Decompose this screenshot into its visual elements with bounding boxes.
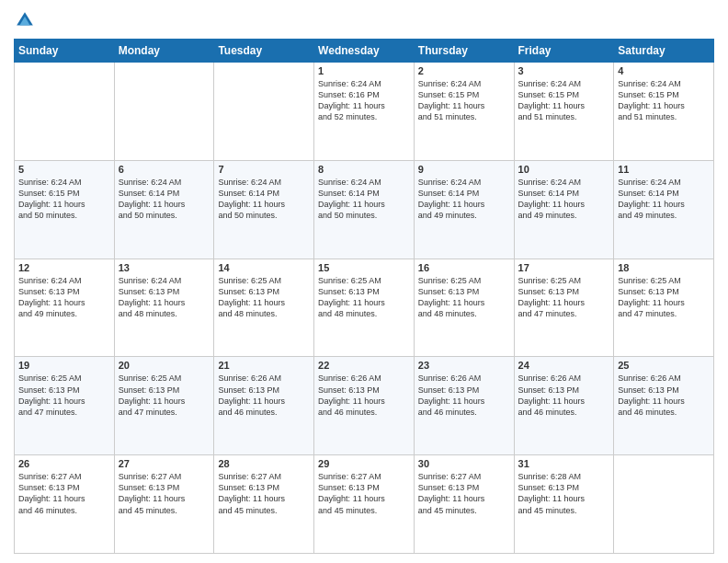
calendar-header-monday: Monday bbox=[114, 40, 214, 63]
day-info: Sunrise: 6:27 AM Sunset: 6:13 PM Dayligh… bbox=[218, 471, 310, 516]
calendar-cell: 26Sunrise: 6:27 AM Sunset: 6:13 PM Dayli… bbox=[15, 455, 115, 554]
day-number: 21 bbox=[218, 360, 310, 371]
day-number: 17 bbox=[518, 262, 610, 273]
day-info: Sunrise: 6:25 AM Sunset: 6:13 PM Dayligh… bbox=[218, 275, 310, 320]
day-number: 14 bbox=[218, 262, 310, 273]
day-number: 3 bbox=[518, 65, 610, 76]
day-info: Sunrise: 6:27 AM Sunset: 6:13 PM Dayligh… bbox=[318, 471, 410, 516]
calendar-header-tuesday: Tuesday bbox=[214, 40, 314, 63]
day-info: Sunrise: 6:24 AM Sunset: 6:14 PM Dayligh… bbox=[518, 177, 610, 222]
calendar-cell bbox=[214, 63, 314, 161]
day-number: 2 bbox=[418, 65, 510, 76]
calendar-cell bbox=[114, 63, 214, 161]
calendar-week-1: 1Sunrise: 6:24 AM Sunset: 6:16 PM Daylig… bbox=[15, 63, 714, 161]
day-info: Sunrise: 6:25 AM Sunset: 6:13 PM Dayligh… bbox=[18, 373, 110, 418]
day-info: Sunrise: 6:24 AM Sunset: 6:15 PM Dayligh… bbox=[618, 78, 710, 123]
day-info: Sunrise: 6:24 AM Sunset: 6:14 PM Dayligh… bbox=[418, 177, 510, 222]
day-info: Sunrise: 6:24 AM Sunset: 6:14 PM Dayligh… bbox=[218, 177, 310, 222]
day-number: 13 bbox=[119, 262, 210, 273]
day-number: 11 bbox=[618, 164, 710, 175]
day-number: 12 bbox=[18, 262, 110, 273]
calendar-cell: 24Sunrise: 6:26 AM Sunset: 6:13 PM Dayli… bbox=[514, 357, 614, 455]
day-info: Sunrise: 6:25 AM Sunset: 6:13 PM Dayligh… bbox=[119, 373, 210, 418]
calendar-cell: 19Sunrise: 6:25 AM Sunset: 6:13 PM Dayli… bbox=[15, 357, 115, 455]
calendar-cell: 21Sunrise: 6:26 AM Sunset: 6:13 PM Dayli… bbox=[214, 357, 314, 455]
calendar-header-friday: Friday bbox=[514, 40, 614, 63]
logo-icon bbox=[14, 9, 36, 31]
calendar-header-thursday: Thursday bbox=[414, 40, 514, 63]
calendar-cell: 7Sunrise: 6:24 AM Sunset: 6:14 PM Daylig… bbox=[214, 160, 314, 259]
calendar-cell: 16Sunrise: 6:25 AM Sunset: 6:13 PM Dayli… bbox=[414, 259, 514, 357]
day-number: 7 bbox=[218, 164, 310, 175]
calendar-week-5: 26Sunrise: 6:27 AM Sunset: 6:13 PM Dayli… bbox=[15, 455, 714, 554]
calendar-cell: 29Sunrise: 6:27 AM Sunset: 6:13 PM Dayli… bbox=[314, 455, 415, 554]
day-number: 29 bbox=[318, 458, 410, 469]
calendar-cell bbox=[614, 455, 714, 554]
calendar-header-row: SundayMondayTuesdayWednesdayThursdayFrid… bbox=[15, 40, 714, 63]
calendar-cell: 31Sunrise: 6:28 AM Sunset: 6:13 PM Dayli… bbox=[514, 455, 614, 554]
logo bbox=[14, 9, 40, 31]
day-info: Sunrise: 6:26 AM Sunset: 6:13 PM Dayligh… bbox=[518, 373, 610, 418]
calendar-week-4: 19Sunrise: 6:25 AM Sunset: 6:13 PM Dayli… bbox=[15, 357, 714, 455]
day-number: 31 bbox=[518, 458, 610, 469]
day-number: 28 bbox=[218, 458, 310, 469]
calendar-cell: 18Sunrise: 6:25 AM Sunset: 6:13 PM Dayli… bbox=[614, 259, 714, 357]
day-info: Sunrise: 6:26 AM Sunset: 6:13 PM Dayligh… bbox=[318, 373, 410, 418]
day-info: Sunrise: 6:24 AM Sunset: 6:14 PM Dayligh… bbox=[119, 177, 210, 222]
calendar-week-2: 5Sunrise: 6:24 AM Sunset: 6:15 PM Daylig… bbox=[15, 160, 714, 259]
day-number: 16 bbox=[418, 262, 510, 273]
day-number: 4 bbox=[618, 65, 710, 76]
calendar-cell: 27Sunrise: 6:27 AM Sunset: 6:13 PM Dayli… bbox=[114, 455, 214, 554]
day-number: 9 bbox=[418, 164, 510, 175]
day-info: Sunrise: 6:26 AM Sunset: 6:13 PM Dayligh… bbox=[218, 373, 310, 418]
day-info: Sunrise: 6:24 AM Sunset: 6:14 PM Dayligh… bbox=[318, 177, 410, 222]
day-info: Sunrise: 6:24 AM Sunset: 6:14 PM Dayligh… bbox=[618, 177, 710, 222]
day-number: 8 bbox=[318, 164, 410, 175]
day-info: Sunrise: 6:25 AM Sunset: 6:13 PM Dayligh… bbox=[418, 275, 510, 320]
day-info: Sunrise: 6:26 AM Sunset: 6:13 PM Dayligh… bbox=[418, 373, 510, 418]
day-number: 15 bbox=[318, 262, 410, 273]
day-info: Sunrise: 6:28 AM Sunset: 6:13 PM Dayligh… bbox=[518, 471, 610, 516]
day-info: Sunrise: 6:24 AM Sunset: 6:13 PM Dayligh… bbox=[119, 275, 210, 320]
calendar-cell: 3Sunrise: 6:24 AM Sunset: 6:15 PM Daylig… bbox=[514, 63, 614, 161]
calendar-cell: 6Sunrise: 6:24 AM Sunset: 6:14 PM Daylig… bbox=[114, 160, 214, 259]
day-number: 20 bbox=[119, 360, 210, 371]
calendar-table: SundayMondayTuesdayWednesdayThursdayFrid… bbox=[14, 39, 714, 554]
day-number: 5 bbox=[18, 164, 110, 175]
calendar-cell: 28Sunrise: 6:27 AM Sunset: 6:13 PM Dayli… bbox=[214, 455, 314, 554]
calendar-header-sunday: Sunday bbox=[15, 40, 115, 63]
calendar-header-saturday: Saturday bbox=[614, 40, 714, 63]
day-number: 19 bbox=[18, 360, 110, 371]
calendar-cell: 13Sunrise: 6:24 AM Sunset: 6:13 PM Dayli… bbox=[114, 259, 214, 357]
day-number: 24 bbox=[518, 360, 610, 371]
calendar-cell: 9Sunrise: 6:24 AM Sunset: 6:14 PM Daylig… bbox=[414, 160, 514, 259]
day-info: Sunrise: 6:24 AM Sunset: 6:16 PM Dayligh… bbox=[318, 78, 410, 123]
day-info: Sunrise: 6:25 AM Sunset: 6:13 PM Dayligh… bbox=[318, 275, 410, 320]
day-info: Sunrise: 6:27 AM Sunset: 6:13 PM Dayligh… bbox=[119, 471, 210, 516]
day-number: 26 bbox=[18, 458, 110, 469]
calendar-week-3: 12Sunrise: 6:24 AM Sunset: 6:13 PM Dayli… bbox=[15, 259, 714, 357]
day-number: 23 bbox=[418, 360, 510, 371]
day-number: 10 bbox=[518, 164, 610, 175]
day-number: 1 bbox=[318, 65, 410, 76]
calendar-cell: 12Sunrise: 6:24 AM Sunset: 6:13 PM Dayli… bbox=[15, 259, 115, 357]
day-info: Sunrise: 6:27 AM Sunset: 6:13 PM Dayligh… bbox=[18, 471, 110, 516]
day-number: 30 bbox=[418, 458, 510, 469]
day-info: Sunrise: 6:24 AM Sunset: 6:13 PM Dayligh… bbox=[18, 275, 110, 320]
calendar-header-wednesday: Wednesday bbox=[314, 40, 415, 63]
day-number: 6 bbox=[119, 164, 210, 175]
calendar-cell: 1Sunrise: 6:24 AM Sunset: 6:16 PM Daylig… bbox=[314, 63, 415, 161]
page: SundayMondayTuesdayWednesdayThursdayFrid… bbox=[0, 0, 728, 563]
calendar-cell: 8Sunrise: 6:24 AM Sunset: 6:14 PM Daylig… bbox=[314, 160, 415, 259]
calendar-cell: 30Sunrise: 6:27 AM Sunset: 6:13 PM Dayli… bbox=[414, 455, 514, 554]
calendar-cell: 14Sunrise: 6:25 AM Sunset: 6:13 PM Dayli… bbox=[214, 259, 314, 357]
calendar-cell: 2Sunrise: 6:24 AM Sunset: 6:15 PM Daylig… bbox=[414, 63, 514, 161]
calendar-cell: 20Sunrise: 6:25 AM Sunset: 6:13 PM Dayli… bbox=[114, 357, 214, 455]
day-number: 22 bbox=[318, 360, 410, 371]
calendar-cell: 23Sunrise: 6:26 AM Sunset: 6:13 PM Dayli… bbox=[414, 357, 514, 455]
calendar-cell: 25Sunrise: 6:26 AM Sunset: 6:13 PM Dayli… bbox=[614, 357, 714, 455]
day-info: Sunrise: 6:25 AM Sunset: 6:13 PM Dayligh… bbox=[618, 275, 710, 320]
calendar-cell: 17Sunrise: 6:25 AM Sunset: 6:13 PM Dayli… bbox=[514, 259, 614, 357]
day-info: Sunrise: 6:24 AM Sunset: 6:15 PM Dayligh… bbox=[418, 78, 510, 123]
calendar-cell bbox=[15, 63, 115, 161]
